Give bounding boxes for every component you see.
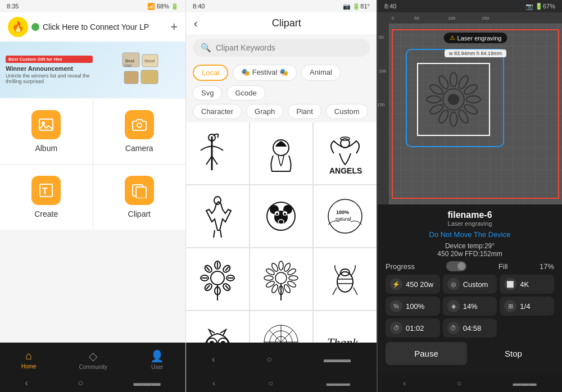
device-info: Device temp:29° 450 20w FFD:152mm <box>386 242 554 258</box>
home-gesture-3[interactable]: ○ <box>457 379 461 388</box>
stat-custom: ◎ Custom <box>443 275 497 294</box>
nav-back-2[interactable]: ‹ <box>212 354 215 364</box>
create-label: Create <box>34 209 58 218</box>
clipart-icon <box>125 176 154 205</box>
bottom-nav-1: ⌂ Home ◇ Community 👤 User <box>0 343 185 374</box>
battery-signal-1: 📶 68% 🔋 <box>147 3 179 10</box>
svg-point-96 <box>437 108 451 124</box>
svg-point-9 <box>137 123 142 127</box>
connect-button[interactable]: 🔥 Click Here to Connect Your LP <box>8 17 149 37</box>
tag-custom[interactable]: Custom <box>326 104 368 119</box>
svg-line-74 <box>353 288 357 295</box>
tags-row-1: Local 🎭 Festival 🎭 Animal Svg Gcode <box>186 61 377 104</box>
recents-gesture-3[interactable]: ▬▬▬ <box>513 379 537 388</box>
stat-4k: ⬜ 4K <box>500 275 554 294</box>
svg-point-56 <box>279 261 283 270</box>
clipart-panda[interactable] <box>250 185 313 247</box>
svg-point-58 <box>287 268 297 276</box>
search-icon: 🔍 <box>201 43 211 53</box>
recents-gesture-2[interactable]: ▬▬▬ <box>327 379 350 388</box>
clipart-title: Clipart <box>205 17 369 29</box>
clipart-bird[interactable] <box>186 122 249 184</box>
tooltip-text: Laser engraving <box>457 35 502 42</box>
nav-home-2[interactable]: ○ <box>266 354 272 364</box>
tag-graph[interactable]: Graph <box>246 104 283 119</box>
album-icon <box>31 110 61 139</box>
tag-plant[interactable]: Plant <box>288 104 321 119</box>
clipart-grid: ANGELS 100%natural ThankYou <box>186 122 377 343</box>
camera-button[interactable]: Camera <box>93 99 186 164</box>
stat-time1-val: 01:02 <box>406 324 424 332</box>
svg-line-24 <box>220 230 221 238</box>
clipart-angels[interactable]: ANGELS <box>314 122 377 184</box>
clipart-sunflower2[interactable] <box>250 248 313 310</box>
clipart-deer[interactable] <box>186 185 249 247</box>
album-label: Album <box>35 144 57 153</box>
stat-power-val: 450 20w <box>406 280 433 289</box>
search-input[interactable] <box>216 43 362 52</box>
statusbar-1: 8:35 📶 68% 🔋 <box>0 0 185 12</box>
back-gesture-3[interactable]: ‹ <box>403 379 406 388</box>
grid-canvas[interactable]: ⚠ Laser engraving w 83.94mm h 84.19mm <box>389 24 562 204</box>
svg-point-60 <box>287 280 297 289</box>
stat-time2: ⏱ 04:58 <box>443 318 497 338</box>
svg-text:ANGELS: ANGELS <box>329 166 362 175</box>
home-gesture-1[interactable]: ○ <box>78 378 84 388</box>
banner-image: Best Dad Wood <box>120 50 165 89</box>
clipart-thankyou[interactable]: ThankYou <box>314 311 377 343</box>
progress-label: Progress <box>386 262 415 271</box>
tag-local[interactable]: Local <box>193 65 228 81</box>
home-gesture-2[interactable]: ○ <box>269 379 273 388</box>
svg-point-55 <box>275 272 287 284</box>
device-temp: Device temp:29° <box>445 242 495 250</box>
nav-home[interactable]: ⌂ Home <box>21 349 37 370</box>
info-panel: filename-6 Laser engraving Do Not Move T… <box>378 204 562 374</box>
timer1-icon: ⏱ <box>390 322 402 334</box>
tag-character[interactable]: Character <box>193 104 242 119</box>
warning-icon: ⚠ <box>450 34 455 42</box>
clipart-button[interactable]: Clipart <box>93 165 186 230</box>
svg-line-43 <box>206 285 210 289</box>
clipart-santa[interactable] <box>250 122 313 184</box>
back-gesture-2[interactable]: ‹ <box>212 379 215 388</box>
back-button[interactable]: ‹ <box>194 17 198 30</box>
sunflower-graphic <box>418 64 489 135</box>
nav-user[interactable]: 👤 User <box>150 349 164 370</box>
nav-community[interactable]: ◇ Community <box>79 349 108 370</box>
header-2: ‹ Clipart <box>186 12 377 34</box>
gesture-bar-3: ‹ ○ ▬▬▬ <box>378 374 562 392</box>
clipart-label: Clipart <box>128 209 151 218</box>
pause-button[interactable]: Pause <box>386 342 467 365</box>
svg-text:Wood: Wood <box>144 59 155 63</box>
stat-custom-val: Custom <box>463 280 488 289</box>
svg-point-100 <box>437 74 451 90</box>
banner: Best Custom Gift for Him Winner Announce… <box>0 42 185 98</box>
clipart-mandala[interactable] <box>250 311 313 343</box>
add-icon[interactable]: + <box>170 20 178 34</box>
tag-svg[interactable]: Svg <box>193 85 222 101</box>
clipart-owl[interactable] <box>186 311 249 343</box>
svg-point-37 <box>211 271 224 285</box>
svg-point-99 <box>428 83 444 97</box>
stat-quarter-val: 1/4 <box>520 302 530 311</box>
panel-laser: 8:40 📷 🔋67% 0 50 100 150 50 100 150 <box>377 0 562 392</box>
clipart-natural[interactable]: 100%natural <box>314 185 377 247</box>
tag-festival[interactable]: 🎭 Festival 🎭 <box>233 65 297 81</box>
tag-gcode[interactable]: Gcode <box>226 85 265 101</box>
banner-title: Winner Announcement <box>6 65 93 72</box>
create-button[interactable]: T Create <box>0 165 93 230</box>
icon-grid: Album Camera T Create Clipart <box>0 99 185 230</box>
progress-toggle[interactable] <box>446 261 466 271</box>
stat-fill-pct: ◈ 14% <box>443 297 497 316</box>
svg-rect-6 <box>141 70 158 84</box>
clipart-sunflower1[interactable] <box>186 248 249 310</box>
clipart-bee[interactable] <box>314 248 377 310</box>
tag-animal[interactable]: Animal <box>301 65 341 81</box>
nav-recents-2[interactable]: ▬▬▬ <box>324 354 351 364</box>
search-bar[interactable]: 🔍 <box>193 39 370 57</box>
recents-gesture-1[interactable]: ▬▬▬ <box>134 378 161 388</box>
album-button[interactable]: Album <box>0 99 93 164</box>
back-gesture-1[interactable]: ‹ <box>25 378 28 388</box>
stop-button[interactable]: Stop <box>473 342 554 365</box>
percent-icon: % <box>390 300 402 312</box>
